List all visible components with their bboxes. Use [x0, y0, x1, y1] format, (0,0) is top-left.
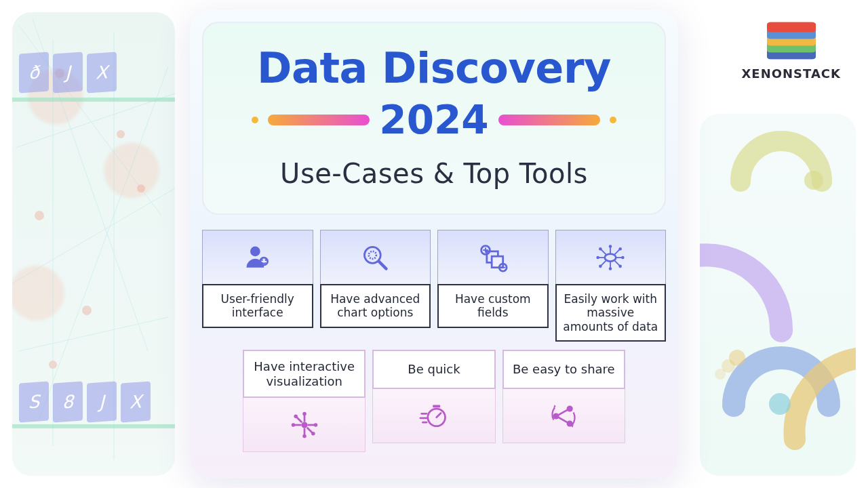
feature-label: Be quick: [372, 350, 495, 389]
massive-data-icon: [595, 243, 625, 272]
feature-label: Have advanced chart options: [320, 284, 431, 328]
svg-point-46: [619, 264, 623, 268]
svg-rect-61: [433, 405, 440, 407]
svg-point-39: [609, 245, 612, 248]
dot-icon: [252, 117, 258, 123]
user-friendly-icon: [243, 243, 273, 272]
feature-card: Be quick: [372, 350, 495, 452]
feature-label: Have interactive visualization: [243, 350, 366, 398]
feature-card: User-friendly interface: [202, 230, 313, 342]
svg-line-69: [559, 418, 568, 422]
svg-line-25: [379, 261, 387, 268]
svg-point-13: [49, 361, 57, 369]
svg-rect-27: [492, 256, 503, 268]
svg-point-12: [82, 306, 92, 315]
svg-point-40: [609, 267, 612, 270]
chart-options-icon: [360, 243, 390, 272]
svg-point-19: [250, 246, 260, 256]
feature-label: Be easy to share: [502, 350, 625, 389]
gradient-pill-icon: [498, 115, 600, 125]
svg-point-18: [715, 369, 726, 380]
feature-label: User-friendly interface: [202, 284, 313, 328]
svg-line-2: [16, 94, 175, 148]
svg-point-10: [35, 211, 44, 220]
interactive-viz-icon: [290, 410, 319, 440]
custom-fields-icon: [478, 243, 508, 272]
svg-point-21: [261, 259, 263, 261]
swirl-graphic: [700, 114, 856, 476]
svg-point-41: [597, 256, 600, 259]
svg-line-4: [39, 66, 168, 419]
feature-card: Easily work with massive amounts of data: [555, 230, 667, 342]
svg-point-47: [301, 422, 307, 428]
decorative-right-panel: [700, 114, 856, 476]
feature-grid: User-friendly interface Have advanced ch…: [202, 230, 666, 452]
title-main: Data Discovery: [217, 43, 651, 93]
feature-card: Have custom fields: [437, 230, 549, 342]
share-icon: [549, 401, 578, 431]
feature-card: Be easy to share: [502, 350, 625, 452]
dot-icon: [610, 117, 616, 123]
svg-point-44: [619, 247, 623, 250]
feature-label: Easily work with massive amounts of data: [555, 284, 667, 342]
svg-point-15: [769, 393, 791, 415]
brand-name: XENONSTACK: [741, 66, 841, 81]
svg-point-66: [567, 405, 573, 411]
svg-point-65: [553, 413, 559, 419]
stack-icon: [767, 18, 816, 60]
svg-point-9: [117, 130, 125, 138]
brand-logo: XENONSTACK: [741, 18, 841, 81]
svg-point-57: [313, 423, 317, 427]
decorative-left-panel: ðJX S8JX: [12, 12, 175, 476]
svg-point-43: [599, 247, 602, 250]
feature-card: Have interactive visualization: [243, 350, 366, 452]
subtitle: Use-Cases & Top Tools: [217, 158, 651, 189]
svg-point-58: [294, 414, 298, 418]
svg-point-45: [599, 264, 602, 268]
feature-card: Have advanced chart options: [320, 230, 431, 342]
feature-label: Have custom fields: [437, 284, 549, 328]
title-year: 2024: [379, 97, 488, 143]
svg-point-56: [291, 423, 295, 427]
title-year-row: 2024: [217, 97, 651, 143]
svg-point-24: [369, 251, 376, 258]
svg-line-3: [12, 188, 175, 283]
svg-point-54: [302, 412, 307, 416]
svg-point-30: [605, 253, 616, 261]
gradient-pill-icon: [268, 115, 370, 125]
title-panel: Data Discovery 2024 Use-Cases & Top Tool…: [202, 22, 666, 215]
svg-point-11: [137, 184, 145, 192]
svg-line-68: [559, 410, 568, 415]
svg-point-42: [621, 256, 625, 259]
main-card: Data Discovery 2024 Use-Cases & Top Tool…: [190, 9, 678, 479]
quick-icon: [419, 401, 449, 431]
svg-point-14: [804, 171, 823, 190]
svg-point-55: [302, 434, 307, 439]
svg-point-59: [311, 432, 315, 436]
svg-point-22: [264, 259, 267, 261]
